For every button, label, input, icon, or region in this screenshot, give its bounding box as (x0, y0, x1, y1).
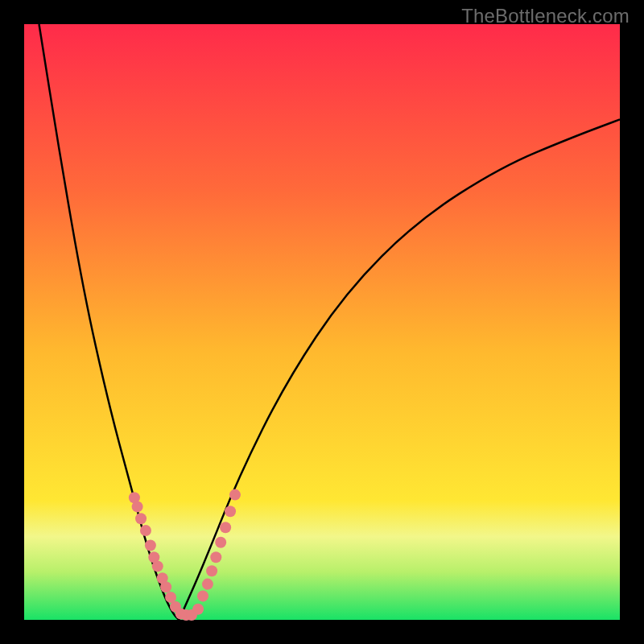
marker-point (132, 501, 143, 512)
curve-right (179, 119, 620, 620)
marker-group (129, 489, 241, 621)
marker-point (202, 579, 213, 590)
curve-left (39, 24, 180, 620)
marker-point (215, 537, 226, 548)
marker-point (210, 551, 221, 563)
marker-point (152, 560, 163, 572)
marker-point (229, 489, 241, 501)
marker-point (225, 506, 236, 517)
outer-frame: TheBottleneck.com (0, 0, 644, 644)
marker-point (135, 513, 147, 524)
marker-point (220, 522, 231, 533)
plot-area (24, 24, 620, 620)
marker-point (206, 565, 217, 576)
marker-point (145, 540, 156, 551)
marker-point (140, 525, 151, 536)
marker-point (192, 604, 204, 615)
watermark-text: TheBottleneck.com (461, 5, 630, 27)
marker-point (160, 581, 171, 592)
curve-layer (24, 24, 620, 620)
marker-point (197, 590, 208, 601)
marker-point (165, 592, 176, 603)
